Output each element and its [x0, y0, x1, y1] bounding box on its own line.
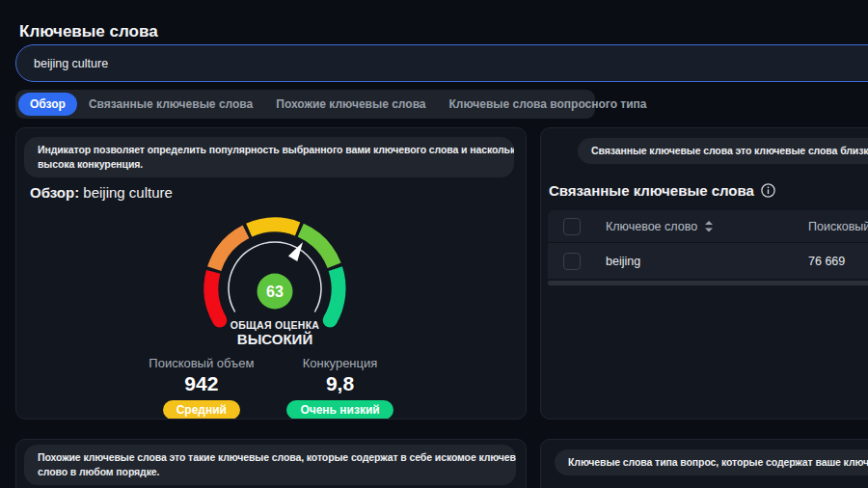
- header-checkbox-cell: [548, 218, 606, 235]
- overview-notice-line1: Индикатор позволяет определить популярно…: [38, 143, 501, 157]
- question-keywords-card: Ключевые слова типа вопрос, которые соде…: [540, 439, 868, 488]
- gauge-inner-arc: [229, 242, 321, 312]
- horizontal-scrollbar[interactable]: [548, 281, 868, 285]
- metric-search-volume-value: 942: [149, 372, 254, 395]
- gauge-rating: ВЫСОКИЙ: [178, 331, 371, 347]
- overview-heading-label: Обзор:: [30, 184, 79, 201]
- metric-search-volume-label: Поисковый объем: [149, 356, 254, 370]
- row-keyword: beijing: [606, 255, 803, 268]
- metric-search-volume: Поисковый объем 942 Средний: [149, 356, 254, 420]
- gauge-caption: ОБЩАЯ ОЦЕНКА: [178, 319, 371, 331]
- similar-notice-line2: слово в любом порядке.: [38, 465, 502, 479]
- tab-related-keywords[interactable]: Связанные ключевые слова: [77, 93, 264, 116]
- similar-notice-line1: Похожие ключевые слова это такие ключевы…: [38, 450, 502, 465]
- score-gauge: 63: [178, 203, 371, 331]
- gauge-segment-lightgreen: [301, 230, 335, 266]
- column-volume[interactable]: Поисковый объем: [803, 220, 868, 233]
- similar-keywords-card: Похожие ключевые слова это такие ключевы…: [15, 439, 527, 488]
- overview-card: Индикатор позволяет определить популярно…: [15, 127, 527, 420]
- column-keyword[interactable]: Ключевое слово: [606, 220, 803, 233]
- questions-notice: Ключевые слова типа вопрос, которые соде…: [555, 449, 868, 475]
- table-row[interactable]: beijing 76 669: [548, 243, 868, 279]
- metric-competition-badge: Очень низкий: [286, 400, 393, 420]
- row-checkbox-cell: [548, 253, 606, 270]
- gauge-score-value: 63: [266, 284, 284, 300]
- tab-question-keywords[interactable]: Ключевые слова вопросного типа: [438, 93, 659, 116]
- column-keyword-label: Ключевое слово: [606, 220, 697, 233]
- gauge-segment-yellow: [249, 225, 297, 230]
- gauge-segment-teal: [330, 269, 339, 320]
- overview-heading: Обзор: beijing culture: [30, 184, 173, 201]
- tabbar: Обзор Связанные ключевые слова Похожие к…: [15, 90, 595, 119]
- overview-notice-line2: высока конкуренция.: [38, 157, 501, 172]
- page-title: Ключевые слова: [19, 22, 158, 41]
- gauge-needle-icon: [288, 242, 303, 261]
- select-all-checkbox[interactable]: [563, 218, 581, 235]
- row-checkbox[interactable]: [563, 253, 581, 270]
- tab-overview[interactable]: Обзор: [18, 93, 77, 116]
- metrics-row: Поисковый объем 942 Средний Конкуренция …: [16, 356, 526, 420]
- similar-notice: Похожие ключевые слова это такие ключевы…: [24, 445, 516, 485]
- gauge-score-circle: [258, 274, 293, 310]
- gauge-segment-orange: [214, 231, 246, 268]
- row-volume: 76 669: [803, 255, 868, 268]
- related-notice: Связанные ключевые слова это ключевые сл…: [578, 138, 868, 164]
- keyword-search-input[interactable]: [15, 44, 868, 82]
- metric-search-volume-badge: Средний: [163, 400, 240, 420]
- sort-icon[interactable]: [704, 221, 714, 232]
- metric-competition-label: Конкуренция: [286, 356, 393, 370]
- metric-competition-value: 9,8: [286, 372, 393, 395]
- related-heading: Связанные ключевые слова: [549, 182, 775, 199]
- overview-heading-keyword: beijing culture: [83, 184, 173, 201]
- tab-similar-keywords[interactable]: Похожие ключевые слова: [264, 93, 437, 116]
- info-icon[interactable]: [761, 183, 775, 198]
- metric-competition: Конкуренция 9,8 Очень низкий: [286, 356, 393, 420]
- overview-notice: Индикатор позволяет определить популярно…: [24, 137, 514, 177]
- related-table-header: Ключевое слово Поисковый объем: [548, 210, 868, 243]
- related-keywords-card: Связанные ключевые слова это ключевые сл…: [540, 127, 868, 420]
- related-heading-text: Связанные ключевые слова: [549, 182, 754, 199]
- gauge-segment-red: [211, 272, 220, 320]
